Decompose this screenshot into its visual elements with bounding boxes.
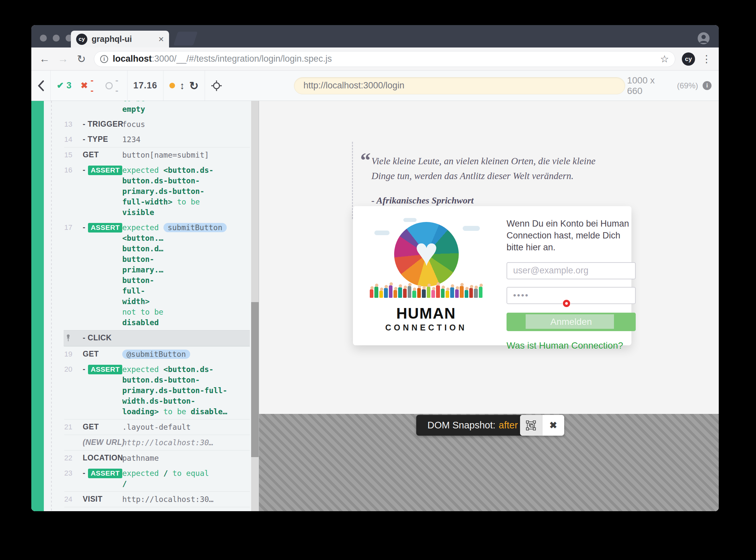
log-row[interactable]: 13- TRIGGERfocus — [64, 117, 250, 132]
page-url[interactable]: localhost:3000/__/#/tests/integration/lo… — [113, 54, 655, 64]
person-figure — [389, 285, 393, 298]
click-event-marker — [563, 300, 570, 307]
close-window-button[interactable] — [40, 35, 47, 42]
what-is-hc-link[interactable]: Was ist Human Connection? — [506, 340, 623, 351]
log-row[interactable]: 22LOCATIONpathname — [64, 450, 250, 466]
tab-title: graphql-ui — [91, 34, 154, 44]
new-tab-button[interactable] — [173, 32, 198, 45]
selector-crosshair-icon — [211, 80, 222, 91]
log-command-message: http://localhost:30… — [122, 494, 248, 505]
log-row[interactable]: to beempty — [64, 101, 250, 117]
pending-count: -- — [115, 76, 121, 96]
scroll-updown-icon[interactable]: ↕ — [180, 80, 185, 91]
browser-tab-bar: cy graphql-ui × — [31, 25, 719, 47]
log-command-message: .layout-default — [122, 422, 248, 432]
log-command-message: expected <button.ds-button.ds-button-pri… — [122, 165, 248, 218]
snapshot-controls: ✖ — [520, 415, 564, 436]
log-command-name: - TYPE — [83, 134, 122, 145]
tab-close-icon[interactable]: × — [159, 34, 164, 44]
password-field[interactable] — [506, 287, 636, 304]
person-figure — [374, 286, 378, 298]
bookmark-star-icon[interactable]: ☆ — [660, 53, 669, 65]
email-field[interactable] — [506, 262, 636, 279]
brand-name-bottom: CONNECTION — [365, 323, 487, 333]
log-command-name: LOCATION — [83, 453, 122, 463]
run-duration: 17.16 — [133, 80, 158, 91]
passed-stat: ✔3 — [57, 80, 71, 91]
log-row[interactable]: 19GET@submitButton — [64, 346, 250, 362]
collapse-reporter-button[interactable] — [31, 71, 51, 101]
log-row[interactable]: 17-ASSERTexpected submitButton<button.…b… — [64, 220, 250, 330]
quote-author: - Afrikanisches Sprichwort — [372, 195, 619, 206]
passed-count: 3 — [67, 80, 71, 91]
browser-tab[interactable]: cy graphql-ui × — [71, 31, 169, 47]
reporter-scrollbar-thumb[interactable] — [251, 302, 259, 457]
pin-icon — [64, 334, 72, 342]
log-row-number: 16 — [64, 165, 83, 218]
log-row-number: 20 — [64, 364, 83, 417]
log-row[interactable]: 20-ASSERTexpected <button.ds-button.ds-b… — [64, 362, 250, 419]
run-controls: ↕ ↻ — [164, 71, 205, 101]
log-command-message: button[name=submit] — [122, 150, 248, 160]
minimize-window-button[interactable] — [53, 35, 60, 42]
selector-playground-button[interactable] — [205, 71, 228, 101]
log-command-message: expected submitButton<button.…button.d…b… — [122, 222, 248, 328]
log-command-message: @submitButton — [122, 349, 248, 359]
log-row[interactable]: 15GETbutton[name=submit] — [64, 147, 250, 163]
log-command-message — [122, 333, 248, 344]
cypress-runner-toolbar: ✔3 ✖-- -- 17.16 ↕ ↻ http://localhost:300… — [31, 71, 719, 101]
log-row-number: 14 — [64, 134, 83, 145]
person-figure — [427, 286, 430, 298]
log-row-number: 24 — [64, 494, 83, 505]
log-command-name: -ASSERT — [83, 364, 122, 417]
profile-avatar-icon[interactable] — [698, 32, 710, 44]
reload-icon[interactable]: ↻ — [76, 53, 87, 65]
rerun-tests-icon[interactable]: ↻ — [189, 79, 199, 92]
log-command-name: LOCATION — [83, 509, 122, 511]
assert-badge: ASSERT — [88, 365, 122, 374]
login-intro-text: Wenn Du ein Konto bei Human Connection h… — [506, 218, 636, 254]
person-figure — [460, 286, 463, 298]
log-row[interactable]: 24VISIThttp://localhost:30… — [64, 492, 250, 507]
log-command-message: pathname — [122, 509, 248, 511]
person-figure — [417, 288, 421, 298]
login-submit-button[interactable]: Anmelden — [506, 313, 636, 331]
close-icon: ✖ — [549, 420, 557, 431]
browser-menu-icon[interactable]: ⋮ — [701, 53, 712, 65]
viewport-info-icon[interactable]: i — [702, 81, 712, 90]
log-command-name: -ASSERT — [83, 468, 122, 489]
close-snapshot-button[interactable]: ✖ — [543, 415, 565, 436]
browser-toolbar: ← → ↻ i localhost:3000/__/#/tests/integr… — [31, 47, 719, 71]
log-command-message: pathname — [122, 453, 248, 463]
log-row[interactable]: (NEW URL)http://localhost:30… — [64, 435, 250, 450]
log-row-number: 17 — [64, 222, 83, 328]
person-figure — [394, 290, 397, 298]
log-row[interactable]: - CLICK — [64, 330, 250, 346]
reporter-scrollbar[interactable] — [251, 101, 259, 511]
log-command-name: - TRIGGER — [83, 119, 122, 129]
window-controls[interactable] — [40, 35, 72, 42]
log-row[interactable]: 23-ASSERTexpected / to equal/ — [64, 466, 250, 492]
cypress-extension-icon[interactable]: cy — [682, 53, 695, 66]
log-row[interactable]: 21GET.layout-default — [64, 419, 250, 435]
log-row-number: 13 — [64, 119, 83, 129]
log-row[interactable]: 14- TYPE1234 — [64, 132, 250, 147]
person-figure — [436, 285, 440, 298]
failed-count: -- — [91, 76, 97, 96]
auto-scroll-indicator[interactable] — [169, 83, 175, 88]
log-row[interactable]: 25LOCATIONpathname — [64, 507, 250, 511]
viewport-info: 1000 x 660 (69%) i — [625, 71, 719, 101]
brand-name-top: HUMAN — [365, 304, 487, 322]
page-info-icon[interactable]: i — [100, 55, 108, 63]
highlight-elements-button[interactable] — [520, 415, 543, 436]
back-icon[interactable]: ← — [39, 53, 50, 65]
person-figure — [441, 288, 445, 298]
dom-snapshot-pill: DOM Snapshot: after — [416, 415, 529, 436]
alias-pill: @submitButton — [122, 349, 190, 359]
address-bar[interactable]: i localhost:3000/__/#/tests/integration/… — [94, 51, 675, 67]
duration-segment: 17.16 — [128, 71, 164, 101]
person-figure — [403, 288, 407, 298]
aut-url-field[interactable]: http://localhost:3000/login — [294, 77, 625, 94]
log-row[interactable]: 16-ASSERTexpected <button.ds-button.ds-b… — [64, 163, 250, 220]
person-figure — [432, 290, 435, 298]
